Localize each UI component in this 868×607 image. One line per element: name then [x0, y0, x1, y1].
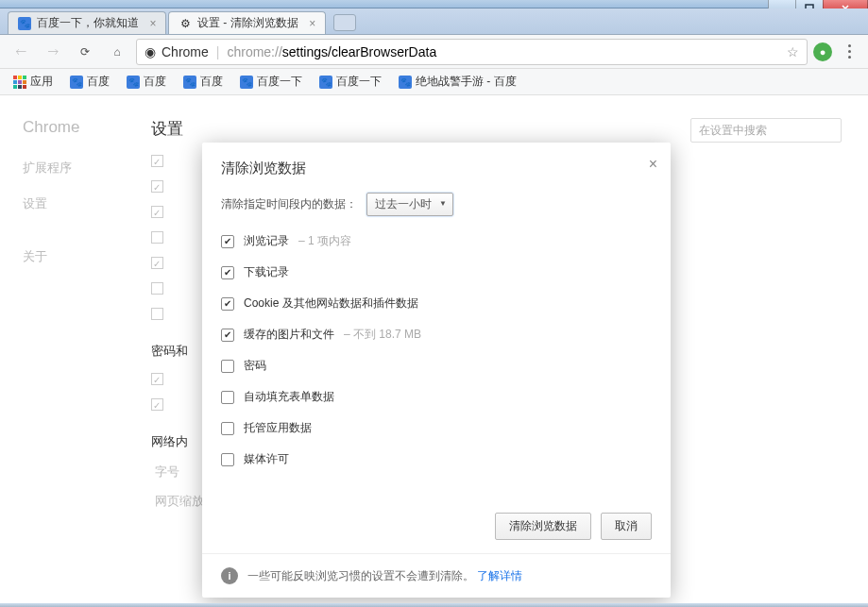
- checkbox[interactable]: [221, 391, 234, 404]
- settings-page: Chrome 扩展程序 设置 关于 在设置中搜索 设置 密码和 网络内 字号 网…: [0, 95, 868, 607]
- option-label: 缓存的图片和文件: [244, 327, 334, 343]
- bookmark-label: 绝地战警手游 - 百度: [416, 74, 517, 90]
- bookmark-label: 百度: [87, 74, 110, 90]
- clear-browsing-data-dialog: 清除浏览数据 × 清除指定时间段内的数据： 过去一小时 浏览记录– 1 项内容下…: [202, 143, 671, 598]
- paw-icon: 🐾: [240, 76, 253, 89]
- time-range-label: 清除指定时间段内的数据：: [221, 196, 357, 212]
- clear-data-option[interactable]: Cookie 及其他网站数据和插件数据: [221, 295, 652, 312]
- clear-data-option[interactable]: 密码: [221, 358, 652, 374]
- separator: |: [216, 44, 220, 59]
- clear-data-option[interactable]: 下载记录: [221, 264, 652, 280]
- checkbox[interactable]: [221, 422, 234, 435]
- clear-data-option[interactable]: 托管应用数据: [221, 420, 652, 436]
- home-button[interactable]: ⌂: [104, 39, 130, 65]
- option-label: 浏览记录: [244, 233, 289, 249]
- gear-icon: ⚙: [179, 17, 192, 30]
- apps-icon: [13, 76, 26, 89]
- clear-data-button[interactable]: 清除浏览数据: [495, 513, 591, 540]
- option-sublabel: – 1 项内容: [298, 233, 351, 249]
- learn-more-link[interactable]: 了解详情: [477, 569, 522, 582]
- option-label: 自动填充表单数据: [244, 389, 334, 405]
- url-scheme: chrome://: [227, 44, 281, 59]
- bookmark-item[interactable]: 🐾绝地战警手游 - 百度: [393, 72, 522, 92]
- bookmark-item[interactable]: 🐾百度一下: [234, 72, 308, 92]
- clear-data-option[interactable]: 媒体许可: [221, 451, 652, 467]
- chrome-menu-button[interactable]: [838, 44, 860, 59]
- modal-close-button[interactable]: ×: [649, 156, 657, 173]
- tab-title: 百度一下，你就知道: [37, 15, 139, 31]
- clear-data-option[interactable]: 浏览记录– 1 项内容: [221, 233, 652, 249]
- modal-title: 清除浏览数据: [221, 160, 306, 176]
- paw-icon: 🐾: [183, 76, 196, 89]
- window-titlebar: [0, 0, 868, 8]
- cancel-button[interactable]: 取消: [601, 513, 652, 540]
- info-text: 一些可能反映浏览习惯的设置不会遭到清除。: [247, 569, 474, 582]
- checkbox[interactable]: [221, 360, 234, 373]
- address-bar[interactable]: ◉ Chrome | chrome://settings/clearBrowse…: [136, 39, 808, 65]
- info-icon: i: [221, 567, 238, 584]
- bookmark-star-icon[interactable]: ☆: [787, 44, 799, 59]
- extension-icon[interactable]: ●: [813, 42, 832, 61]
- forward-button[interactable]: 🡒: [40, 39, 66, 65]
- paw-icon: 🐾: [399, 76, 412, 89]
- url-path: settings/clearBrowserData: [282, 44, 436, 59]
- apps-label: 应用: [30, 74, 53, 90]
- tab-baidu[interactable]: 🐾 百度一下，你就知道 ×: [8, 11, 166, 34]
- paw-icon: 🐾: [18, 17, 31, 30]
- bookmark-label: 百度: [200, 74, 223, 90]
- time-range-select[interactable]: 过去一小时: [366, 193, 453, 216]
- paw-icon: 🐾: [70, 76, 83, 89]
- tab-close-icon[interactable]: ×: [306, 17, 319, 30]
- paw-icon: 🐾: [319, 76, 332, 89]
- apps-shortcut[interactable]: 应用: [8, 72, 59, 92]
- bookmarks-bar: 应用 🐾百度🐾百度🐾百度🐾百度一下🐾百度一下🐾绝地战警手游 - 百度: [0, 69, 868, 95]
- reload-button[interactable]: ⟳: [72, 39, 98, 65]
- chrome-label-text: Chrome: [162, 44, 209, 59]
- modal-backdrop: 清除浏览数据 × 清除指定时间段内的数据： 过去一小时 浏览记录– 1 项内容下…: [0, 95, 868, 607]
- clear-data-option[interactable]: 自动填充表单数据: [221, 389, 652, 405]
- tab-strip: 🐾 百度一下，你就知道 × ⚙ 设置 - 清除浏览数据 ×: [0, 8, 868, 35]
- bookmark-item[interactable]: 🐾百度: [121, 72, 172, 92]
- tab-settings[interactable]: ⚙ 设置 - 清除浏览数据 ×: [168, 11, 326, 34]
- bookmark-item[interactable]: 🐾百度: [64, 72, 115, 92]
- bookmark-label: 百度: [144, 74, 166, 90]
- checkbox[interactable]: [221, 235, 234, 248]
- new-tab-button[interactable]: [333, 14, 356, 31]
- checkbox[interactable]: [221, 329, 234, 342]
- checkbox[interactable]: [221, 297, 234, 311]
- bookmark-item[interactable]: 🐾百度一下: [314, 72, 387, 92]
- window-statusbar: [0, 603, 868, 607]
- chrome-logo-icon: ◉: [145, 44, 156, 59]
- option-label: 媒体许可: [244, 451, 289, 467]
- tab-close-icon[interactable]: ×: [146, 17, 160, 30]
- clear-data-option[interactable]: 缓存的图片和文件– 不到 18.7 MB: [221, 327, 652, 343]
- checkbox[interactable]: [221, 453, 234, 466]
- bookmark-label: 百度一下: [336, 74, 382, 90]
- tab-title: 设置 - 清除浏览数据: [197, 15, 298, 31]
- chrome-origin-chip: ◉ Chrome: [145, 44, 209, 59]
- option-label: 密码: [244, 358, 266, 374]
- back-button[interactable]: 🡐: [8, 39, 34, 65]
- browser-toolbar: 🡐 🡒 ⟳ ⌂ ◉ Chrome | chrome://settings/cle…: [0, 35, 868, 69]
- checkbox[interactable]: [221, 266, 234, 279]
- option-label: Cookie 及其他网站数据和插件数据: [244, 295, 418, 312]
- paw-icon: 🐾: [127, 76, 140, 89]
- option-label: 托管应用数据: [244, 420, 312, 436]
- bookmark-label: 百度一下: [257, 74, 302, 90]
- bookmark-item[interactable]: 🐾百度: [178, 72, 229, 92]
- option-label: 下载记录: [244, 264, 289, 280]
- option-sublabel: – 不到 18.7 MB: [344, 327, 421, 343]
